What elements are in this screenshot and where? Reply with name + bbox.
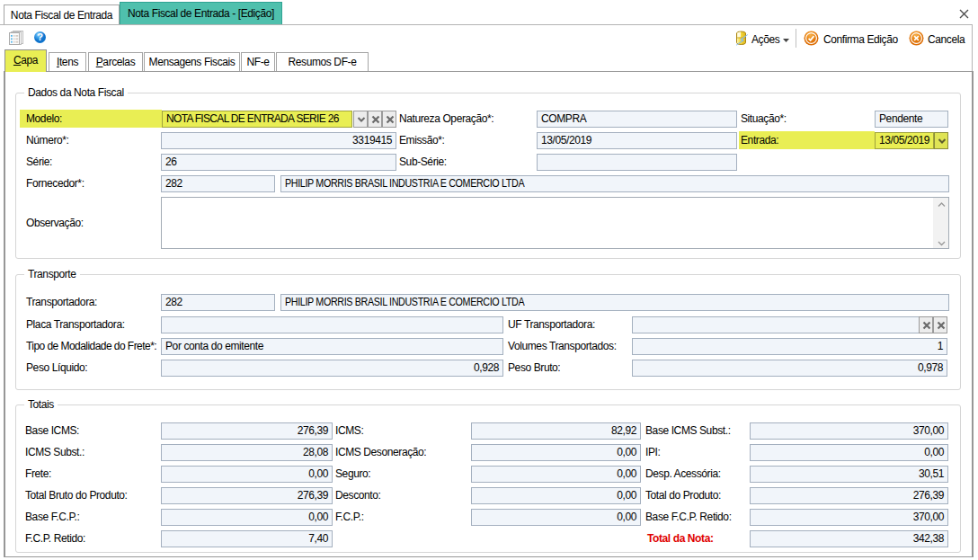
svg-text:?: ? [37,31,43,42]
